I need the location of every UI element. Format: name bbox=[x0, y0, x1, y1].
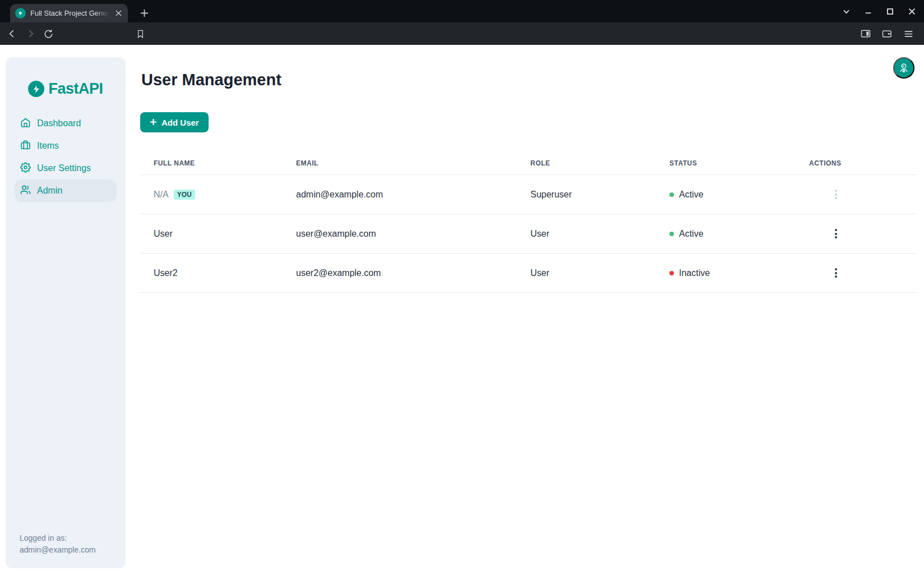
row-actions-menu-icon[interactable] bbox=[829, 265, 843, 281]
status-label: Active bbox=[679, 190, 704, 200]
sidebar: FastAPI Dashboard Items bbox=[6, 57, 126, 568]
browser-tabstrip: Full Stack Project Genera bbox=[0, 0, 924, 22]
menu-hamburger-icon[interactable] bbox=[902, 27, 915, 40]
logged-in-as: Logged in as: admin@example.com bbox=[20, 532, 96, 556]
home-icon bbox=[20, 117, 31, 130]
col-status: STATUS bbox=[656, 151, 796, 175]
status-label: Active bbox=[679, 229, 704, 239]
table-header-row: FULL NAME EMAIL ROLE STATUS ACTIONS bbox=[140, 151, 917, 175]
table-row: N/AYOU admin@example.com Superuser Activ… bbox=[140, 175, 917, 214]
back-button[interactable] bbox=[6, 27, 19, 40]
row-actions-menu-icon[interactable] bbox=[829, 226, 843, 242]
table-row: User user@example.com User Active bbox=[140, 214, 917, 254]
cell-full-name: N/AYOU bbox=[140, 175, 283, 214]
page-root: FastAPI Dashboard Items bbox=[0, 45, 924, 575]
new-tab-button[interactable] bbox=[137, 6, 151, 20]
cell-email: user@example.com bbox=[283, 214, 517, 254]
cell-full-name: User2 bbox=[140, 254, 283, 293]
maximize-button[interactable] bbox=[885, 7, 894, 16]
sidebar-panel-icon[interactable] bbox=[859, 27, 872, 40]
page-title: User Management bbox=[141, 71, 281, 89]
status-label: Inactive bbox=[679, 268, 710, 278]
cell-actions bbox=[796, 254, 917, 293]
sidebar-item-label: Dashboard bbox=[37, 118, 81, 128]
sidebar-nav: Dashboard Items User Settings bbox=[6, 112, 126, 202]
users-icon bbox=[20, 185, 31, 197]
status-dot bbox=[669, 232, 674, 236]
fastapi-logo: FastAPI bbox=[6, 80, 126, 98]
logged-in-email: admin@example.com bbox=[20, 544, 96, 556]
tab-title: Full Stack Project Genera bbox=[30, 9, 109, 17]
browser-tab[interactable]: Full Stack Project Genera bbox=[10, 4, 128, 22]
you-badge: YOU bbox=[174, 190, 195, 200]
cell-full-name: User bbox=[140, 214, 283, 254]
close-window-button[interactable] bbox=[907, 7, 916, 16]
sidebar-item-items[interactable]: Items bbox=[15, 135, 117, 157]
users-table: FULL NAME EMAIL ROLE STATUS ACTIONS N/AY… bbox=[140, 151, 917, 293]
row-actions-menu-icon bbox=[829, 187, 843, 203]
fastapi-favicon-icon bbox=[15, 8, 26, 19]
col-actions: ACTIONS bbox=[796, 151, 917, 175]
sidebar-item-label: Items bbox=[37, 141, 59, 151]
cell-role: Superuser bbox=[517, 175, 656, 214]
fastapi-logo-icon bbox=[28, 81, 44, 97]
sidebar-item-admin[interactable]: Admin bbox=[15, 180, 117, 202]
bookmark-icon[interactable] bbox=[133, 27, 147, 40]
add-user-label: Add User bbox=[161, 118, 199, 127]
add-user-button[interactable]: Add User bbox=[140, 112, 209, 132]
cell-role: User bbox=[517, 254, 656, 293]
minimize-button[interactable] bbox=[863, 7, 872, 16]
tab-search-chevron-icon[interactable] bbox=[842, 7, 851, 16]
sidebar-item-label: Admin bbox=[37, 186, 62, 196]
sidebar-item-label: User Settings bbox=[37, 163, 91, 173]
full-name: N/A bbox=[154, 190, 169, 199]
cell-email: admin@example.com bbox=[283, 175, 517, 214]
plus-icon bbox=[150, 118, 157, 127]
cell-status: Active bbox=[656, 175, 796, 214]
cell-status: Inactive bbox=[656, 254, 796, 293]
cell-email: user2@example.com bbox=[283, 254, 517, 293]
status-dot bbox=[669, 271, 674, 275]
cell-role: User bbox=[517, 214, 656, 254]
forward-button[interactable] bbox=[24, 27, 37, 40]
tab-close-icon[interactable] bbox=[114, 9, 123, 18]
full-name: User bbox=[154, 229, 173, 238]
wallet-icon[interactable] bbox=[880, 27, 894, 40]
col-full-name: FULL NAME bbox=[140, 151, 283, 175]
col-email: EMAIL bbox=[283, 151, 517, 175]
user-menu-button[interactable] bbox=[893, 57, 914, 79]
logo-text: FastAPI bbox=[48, 80, 103, 98]
full-name: User2 bbox=[154, 268, 178, 278]
briefcase-icon bbox=[20, 140, 31, 153]
reload-button[interactable] bbox=[41, 27, 55, 40]
table-row: User2 user2@example.com User Inactive bbox=[140, 254, 917, 293]
sidebar-item-dashboard[interactable]: Dashboard bbox=[15, 112, 117, 135]
cell-status: Active bbox=[656, 214, 796, 254]
sidebar-item-user-settings[interactable]: User Settings bbox=[15, 157, 117, 180]
col-role: ROLE bbox=[517, 151, 656, 175]
logged-in-label: Logged in as: bbox=[20, 532, 96, 544]
status-dot bbox=[669, 192, 674, 197]
cell-actions bbox=[796, 175, 917, 214]
gear-icon bbox=[20, 162, 31, 175]
cell-actions bbox=[796, 214, 917, 254]
browser-toolbar: i localhost/admin bbox=[0, 22, 924, 45]
